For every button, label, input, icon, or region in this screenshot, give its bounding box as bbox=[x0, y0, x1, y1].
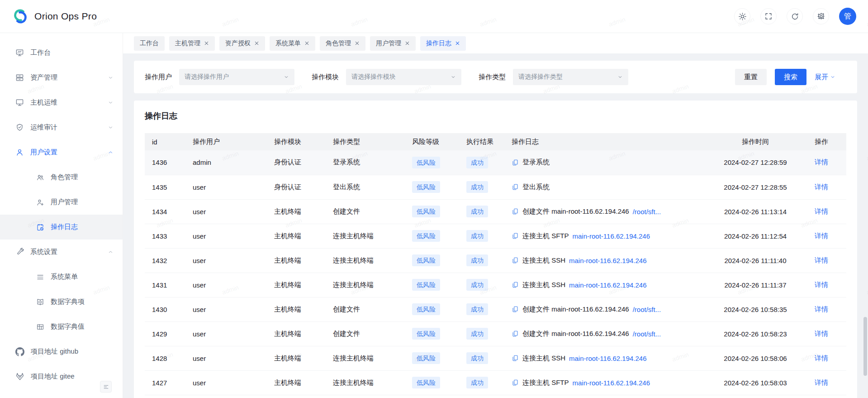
sidebar-item-system-settings[interactable]: 系统设置 bbox=[0, 240, 123, 264]
tab-user-management[interactable]: 用户管理 bbox=[370, 36, 416, 51]
sidebar-item-audit[interactable]: 运维审计 bbox=[0, 115, 123, 140]
cell-action: 详情 bbox=[807, 346, 846, 370]
brand[interactable]: Orion Ops Pro bbox=[12, 8, 97, 25]
tab-host-management[interactable]: 主机管理 bbox=[169, 36, 215, 51]
sidebar-item-label: 运维审计 bbox=[30, 123, 57, 132]
log-link[interactable]: main-root-116.62.194.246 bbox=[573, 232, 650, 240]
log-text: 连接主机 SSH bbox=[522, 256, 565, 265]
tab-role-management[interactable]: 角色管理 bbox=[320, 36, 365, 51]
risk-badge: 低风险 bbox=[412, 254, 440, 266]
sidebar-item-role-management[interactable]: 角色管理 bbox=[0, 165, 123, 190]
sidebar-item-user-management[interactable]: 用户管理 bbox=[0, 190, 123, 215]
copy-icon[interactable] bbox=[512, 355, 519, 362]
tab-system-menu[interactable]: 系统菜单 bbox=[270, 36, 315, 51]
log-link[interactable]: main-root-116.62.194.246 bbox=[573, 379, 650, 387]
collapse-menu-icon bbox=[103, 384, 109, 390]
tab-asset-authorization[interactable]: 资产授权 bbox=[219, 36, 265, 51]
log-content: 登录系统 bbox=[512, 158, 696, 167]
close-tab-icon[interactable] bbox=[304, 41, 309, 46]
user-avatar[interactable]: 管 bbox=[839, 8, 856, 25]
panel-title: 操作日志 bbox=[145, 110, 846, 121]
table-row: 1430user主机终端创建文件低风险成功创建文件 main-root-116.… bbox=[145, 297, 846, 321]
copy-icon[interactable] bbox=[512, 306, 519, 313]
theme-toggle-button[interactable] bbox=[734, 8, 750, 24]
detail-link[interactable]: 详情 bbox=[815, 379, 828, 386]
detail-link[interactable]: 详情 bbox=[815, 232, 828, 240]
sidebar-collapse-button[interactable] bbox=[100, 381, 112, 393]
copy-icon[interactable] bbox=[512, 257, 519, 264]
sidebar-item-dict-item[interactable]: 数据字典项 bbox=[0, 289, 123, 314]
log-content: 连接主机 SSH main-root-116.62.194.246 bbox=[512, 281, 696, 289]
log-link[interactable]: /root/sft... bbox=[633, 208, 661, 216]
fullscreen-button[interactable] bbox=[760, 8, 777, 24]
sidebar-item-host-ops[interactable]: 主机运维 bbox=[0, 90, 123, 115]
cell-type: 连接主机终端 bbox=[326, 248, 405, 273]
tab-workbench[interactable]: 工作台 bbox=[134, 36, 165, 51]
cell-action: 详情 bbox=[807, 370, 846, 395]
detail-link[interactable]: 详情 bbox=[815, 183, 828, 191]
risk-badge: 低风险 bbox=[412, 230, 440, 242]
copy-icon[interactable] bbox=[512, 379, 519, 386]
search-button[interactable]: 搜索 bbox=[775, 69, 806, 85]
copy-icon[interactable] bbox=[512, 159, 519, 166]
table-row: 1429user主机终端创建文件低风险成功创建文件 main-root-116.… bbox=[145, 321, 846, 346]
refresh-button[interactable] bbox=[787, 8, 803, 24]
close-tab-icon[interactable] bbox=[355, 41, 360, 46]
sidebar-item-github-link[interactable]: 项目地址 github bbox=[0, 339, 123, 364]
cell-log: 创建文件 main-root-116.62.194.246 /root/sft.… bbox=[504, 297, 703, 321]
cell-time: 2024-02-26 11:11:37 bbox=[703, 273, 807, 297]
settings-button[interactable] bbox=[813, 8, 829, 24]
cell-log: 登录系统 bbox=[504, 150, 703, 175]
log-link[interactable]: /root/sft... bbox=[633, 306, 661, 313]
sidebar-item-system-menu[interactable]: 系统菜单 bbox=[0, 264, 123, 289]
fullscreen-icon bbox=[764, 12, 773, 20]
operation-type-select[interactable]: 请选择操作类型 bbox=[513, 69, 628, 85]
scrollbar-thumb[interactable] bbox=[863, 317, 867, 376]
detail-link[interactable]: 详情 bbox=[815, 158, 828, 166]
sidebar-item-assets[interactable]: 资产管理 bbox=[0, 65, 123, 90]
cell-type: 创建文件 bbox=[326, 199, 405, 224]
sidebar-item-dict-value[interactable]: 数据字典值 bbox=[0, 314, 123, 339]
log-link[interactable]: /root/sft... bbox=[633, 330, 661, 338]
chevron-down-icon bbox=[284, 74, 289, 80]
reset-button[interactable]: 重置 bbox=[735, 69, 767, 85]
close-tab-icon[interactable] bbox=[204, 41, 209, 46]
detail-link[interactable]: 详情 bbox=[815, 305, 828, 313]
log-text: 连接主机 SFTP bbox=[522, 379, 569, 387]
risk-badge: 低风险 bbox=[412, 377, 440, 388]
result-badge: 成功 bbox=[466, 279, 488, 291]
copy-icon[interactable] bbox=[512, 232, 519, 240]
log-link[interactable]: main-root-116.62.194.246 bbox=[569, 257, 647, 264]
sidebar-item-workbench[interactable]: 工作台 bbox=[0, 40, 123, 65]
detail-link[interactable]: 详情 bbox=[815, 354, 828, 362]
sidebar-item-operation-log[interactable]: 操作日志 bbox=[0, 215, 123, 240]
detail-link[interactable]: 详情 bbox=[815, 207, 828, 215]
filter-label: 操作模块 bbox=[312, 73, 339, 82]
close-tab-icon[interactable] bbox=[455, 41, 460, 46]
operation-user-select[interactable]: 请选择操作用户 bbox=[179, 69, 294, 85]
log-link[interactable]: main-root-116.62.194.246 bbox=[569, 355, 647, 362]
close-tab-icon[interactable] bbox=[405, 41, 410, 46]
detail-link[interactable]: 详情 bbox=[815, 330, 828, 337]
cell-log: 连接主机 SSH main-root-116.62.194.246 bbox=[504, 346, 703, 370]
copy-icon[interactable] bbox=[512, 208, 519, 215]
cell-risk: 低风险 bbox=[405, 273, 459, 297]
cell-result: 成功 bbox=[459, 175, 504, 199]
copy-icon[interactable] bbox=[512, 330, 519, 337]
copy-icon[interactable] bbox=[512, 183, 519, 191]
detail-link[interactable]: 详情 bbox=[815, 256, 828, 264]
log-table-body: 1436admin身份认证登录系统低风险成功登录系统2024-02-27 12:… bbox=[145, 150, 846, 395]
expand-toggle[interactable]: 展开 bbox=[815, 73, 835, 82]
detail-link[interactable]: 详情 bbox=[815, 281, 828, 288]
operation-module-select[interactable]: 请选择操作模块 bbox=[346, 69, 461, 85]
cell-log: 登出系统 bbox=[504, 175, 703, 199]
sidebar-item-user-settings[interactable]: 用户设置 bbox=[0, 140, 123, 165]
copy-icon[interactable] bbox=[512, 281, 519, 288]
log-link[interactable]: main-root-116.62.194.246 bbox=[569, 281, 647, 289]
app-window: Orion Ops Pro bbox=[0, 0, 868, 398]
filter-label: 操作用户 bbox=[145, 73, 172, 82]
tab-operation-log[interactable]: 操作日志 bbox=[420, 36, 466, 51]
cell-log: 连接主机 SFTP main-root-116.62.194.246 bbox=[504, 224, 703, 248]
close-tab-icon[interactable] bbox=[254, 41, 259, 46]
cell-risk: 低风险 bbox=[405, 175, 459, 199]
